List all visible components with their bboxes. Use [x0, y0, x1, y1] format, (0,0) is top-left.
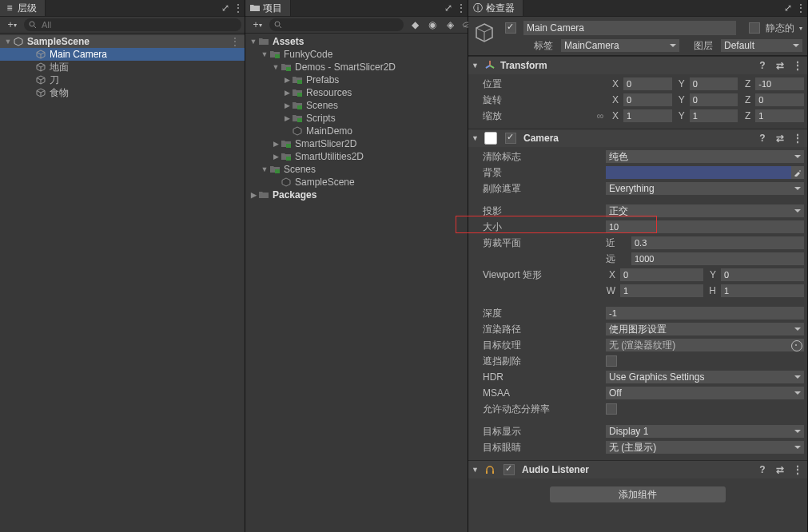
target-display-dropdown[interactable]: Display 1 [606, 425, 804, 438]
project-filter-type-icon[interactable]: ◉ [424, 18, 440, 31]
transform-header[interactable]: ▼ Transform ? ⇄ ⋮ [468, 57, 807, 74]
transform-y-field[interactable] [690, 109, 738, 122]
target-eye-dropdown[interactable]: 无 (主显示) [606, 441, 804, 454]
culling-mask-dropdown[interactable]: Everything [606, 182, 804, 195]
hierarchy-item[interactable]: 刀 [0, 73, 245, 86]
scene-icon [13, 36, 24, 47]
static-checkbox[interactable] [749, 22, 760, 34]
projection-dropdown[interactable]: 正交 [606, 204, 804, 217]
project-add-button[interactable]: +▾ [249, 18, 266, 31]
component-menu-icon[interactable]: ⋮ [791, 463, 804, 476]
near-label: 近 [606, 236, 628, 250]
project-item[interactable]: ▶SmartSlicer2D [245, 137, 468, 150]
viewport-w-field[interactable] [620, 284, 703, 297]
hierarchy-tab[interactable]: ≡ 层级 [0, 0, 46, 16]
hierarchy-lock-icon[interactable]: ⤢ [219, 0, 232, 16]
inspector-lock-icon[interactable]: ⤢ [782, 0, 794, 16]
scene-menu-icon[interactable]: ⋮ [230, 36, 240, 47]
help-icon[interactable]: ? [756, 59, 769, 72]
transform-y-field[interactable] [690, 77, 738, 90]
hierarchy-item[interactable]: Main Camera [0, 48, 245, 61]
inspector-tab[interactable]: ⓘ 检查器 [468, 0, 523, 16]
transform-x-field[interactable] [623, 109, 672, 122]
project-item[interactable]: ▶Scripts [245, 112, 468, 125]
project-filter-label-icon[interactable]: ◈ [442, 18, 458, 31]
help-icon[interactable]: ? [756, 132, 769, 145]
preset-icon[interactable]: ⇄ [774, 132, 786, 145]
clear-flags-dropdown[interactable]: 纯色 [606, 150, 804, 163]
project-search[interactable] [269, 18, 404, 31]
audio-listener-enabled-checkbox[interactable] [504, 464, 515, 475]
preset-icon[interactable]: ⇄ [774, 463, 786, 476]
rendering-path-dropdown[interactable]: 使用图形设置 [606, 323, 804, 335]
project-item[interactable]: ▶Prefabs [245, 73, 468, 86]
static-dropdown-icon[interactable]: ▾ [798, 25, 802, 32]
inspector-menu-icon[interactable]: ⋮ [794, 0, 807, 16]
svg-rect-8 [297, 93, 302, 97]
project-item[interactable]: MainDemo [245, 125, 468, 137]
target-texture-field[interactable]: 无 (渲染器纹理) [606, 339, 804, 351]
gameobject-name-field[interactable] [523, 21, 736, 35]
background-color-field[interactable] [606, 166, 804, 179]
project-search-input[interactable] [285, 19, 399, 30]
folder-icon [292, 113, 303, 124]
project-item[interactable]: ▼Demos - SmartSlicer2D [245, 61, 468, 73]
transform-z-field[interactable] [755, 109, 804, 122]
hierarchy-item[interactable]: 地面 [0, 61, 245, 73]
transform-z-field[interactable] [755, 93, 804, 106]
audio-listener-header[interactable]: ▼ Audio Listener ? ⇄ ⋮ [468, 461, 807, 478]
project-item[interactable]: ▼FunkyCode [245, 48, 468, 61]
viewport-h-field[interactable] [721, 284, 804, 297]
far-field[interactable] [631, 252, 804, 265]
hierarchy-search[interactable] [24, 18, 241, 31]
project-tab[interactable]: 项目 [245, 0, 291, 16]
msaa-dropdown[interactable]: Off [606, 387, 804, 399]
color-picker-icon[interactable] [791, 166, 804, 179]
project-item[interactable]: ▼Scenes [245, 163, 468, 176]
project-item[interactable]: SampleScene [245, 176, 468, 189]
object-picker-icon[interactable] [791, 340, 802, 351]
preset-icon[interactable]: ⇄ [774, 59, 786, 72]
transform-z-field[interactable] [755, 77, 804, 90]
hierarchy-scene-row[interactable]: ▼SampleScene⋮ [0, 35, 245, 48]
hierarchy-item[interactable]: 食物 [0, 86, 245, 99]
project-menu-icon[interactable]: ⋮ [455, 0, 468, 16]
viewport-x-field[interactable] [620, 268, 703, 281]
project-item[interactable]: ▶Resources [245, 86, 468, 99]
size-field[interactable] [606, 220, 804, 233]
gameobject-icon[interactable] [472, 20, 497, 46]
hierarchy-menu-icon[interactable]: ⋮ [232, 0, 245, 16]
viewport-y-field[interactable] [721, 268, 804, 281]
transform-x-field[interactable] [623, 77, 672, 90]
project-item[interactable]: ▶Packages [245, 189, 468, 201]
link-icon[interactable]: ∞ [595, 110, 606, 121]
project-filter-favorite-icon[interactable]: ◆ [407, 18, 423, 31]
occlusion-culling-checkbox[interactable] [606, 355, 617, 367]
hierarchy-add-button[interactable]: +▾ [3, 18, 21, 31]
hdr-dropdown[interactable]: Use Graphics Settings [606, 371, 804, 383]
dynamic-resolution-checkbox[interactable] [606, 403, 617, 415]
camera-header[interactable]: ▼ Camera ? ⇄ ⋮ [468, 129, 807, 147]
add-component-button[interactable]: 添加组件 [550, 486, 726, 502]
svg-rect-6 [286, 67, 291, 71]
project-lock-icon[interactable]: ⤢ [442, 0, 455, 16]
gameobject-enabled-checkbox[interactable] [505, 22, 516, 34]
transform-row-label: 旋转 [472, 93, 591, 107]
depth-field[interactable] [606, 307, 804, 320]
svg-rect-10 [297, 118, 302, 122]
camera-enabled-checkbox[interactable] [505, 133, 516, 144]
layer-dropdown[interactable]: Default [721, 39, 802, 52]
component-menu-icon[interactable]: ⋮ [791, 59, 804, 72]
transform-y-field[interactable] [690, 93, 738, 106]
project-item[interactable]: ▶Scenes [245, 99, 468, 112]
transform-x-field[interactable] [623, 93, 672, 106]
near-field[interactable] [631, 236, 804, 249]
component-menu-icon[interactable]: ⋮ [791, 132, 804, 145]
project-item[interactable]: ▶SmartUtilities2D [245, 150, 468, 163]
tag-dropdown[interactable]: MainCamera [561, 39, 679, 52]
transform-title: Transform [500, 60, 547, 71]
project-item[interactable]: ▼Assets [245, 35, 468, 48]
hierarchy-search-input[interactable] [40, 19, 237, 30]
help-icon[interactable]: ? [756, 463, 769, 476]
gameobject-icon [35, 62, 46, 73]
